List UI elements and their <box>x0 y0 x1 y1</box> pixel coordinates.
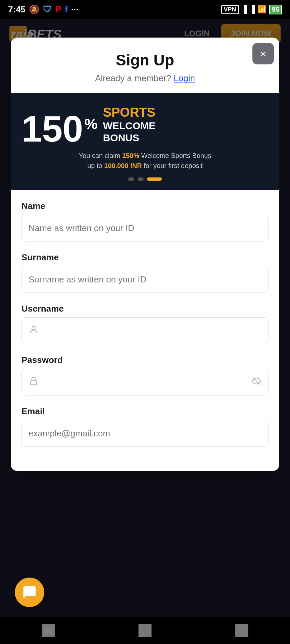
svg-point-3 <box>32 326 35 330</box>
name-label: Name <box>21 201 269 211</box>
chat-button[interactable] <box>15 578 44 607</box>
surname-group: Surname <box>21 252 269 293</box>
dot-2 <box>138 177 144 181</box>
chat-icon <box>22 585 37 600</box>
svg-rect-4 <box>31 380 37 385</box>
username-input[interactable] <box>39 326 261 336</box>
modal-title: Sign Up <box>21 51 269 69</box>
surname-input[interactable] <box>29 274 261 285</box>
battery-icon: 95 <box>269 5 282 14</box>
password-group: Password <box>21 355 269 395</box>
email-label: Email <box>21 406 269 417</box>
time: 7:45 <box>8 4 26 15</box>
close-icon: × <box>260 48 267 60</box>
name-input-wrapper[interactable] <box>21 215 269 241</box>
wifi-icon: 📶 <box>257 5 267 14</box>
bell-mute-icon: 🔕 <box>29 4 40 15</box>
eye-icon[interactable] <box>251 376 261 388</box>
login-link[interactable]: Login <box>174 73 195 83</box>
password-input[interactable] <box>39 377 251 387</box>
promo-number: 150 <box>21 110 83 147</box>
promo-description: You can claim 150% Welcome Sports Bonus … <box>21 151 269 171</box>
vpn-shield-icon: 🛡 <box>43 4 52 15</box>
user-icon <box>29 325 39 337</box>
name-input[interactable] <box>29 223 261 233</box>
facebook-icon: f <box>65 4 68 15</box>
promo-percent: % <box>85 116 98 132</box>
promo-welcome-bonus: WELCOMEBONUS <box>103 120 156 144</box>
dot-3 <box>147 177 162 181</box>
email-group: Email <box>21 406 269 447</box>
vpn-label: VPN <box>221 5 239 14</box>
email-input[interactable] <box>29 428 261 439</box>
name-group: Name <box>21 201 269 241</box>
signal-icon: ▐ <box>242 5 247 14</box>
username-input-wrapper[interactable] <box>21 317 269 344</box>
modal-header: Sign Up Already a member? Login <box>11 38 279 93</box>
promo-banner: 150 % SPORTS WELCOMEBONUS You can claim … <box>11 93 279 190</box>
email-input-wrapper[interactable] <box>21 420 269 447</box>
password-label: Password <box>21 355 269 365</box>
form-area: Name Surname Username <box>11 190 279 471</box>
lock-icon <box>29 376 39 388</box>
close-button[interactable]: × <box>252 43 274 64</box>
surname-label: Surname <box>21 252 269 263</box>
status-bar: 7:45 🔕 🛡 𝗣 f ··· VPN ▐ ▐ 📶 95 <box>0 0 290 19</box>
promo-sports: SPORTS <box>103 105 156 120</box>
dot-1 <box>128 177 134 181</box>
promo-dots <box>21 177 269 181</box>
modal-subtitle: Already a member? Login <box>21 73 269 84</box>
pinterest-icon: 𝗣 <box>55 4 61 15</box>
username-group: Username <box>21 304 269 344</box>
username-label: Username <box>21 304 269 314</box>
signal2-icon: ▐ <box>249 5 255 14</box>
password-input-wrapper[interactable] <box>21 369 269 395</box>
surname-input-wrapper[interactable] <box>21 266 269 293</box>
more-dots-icon: ··· <box>71 4 79 15</box>
signup-modal: Sign Up Already a member? Login 150 % SP… <box>11 38 279 471</box>
